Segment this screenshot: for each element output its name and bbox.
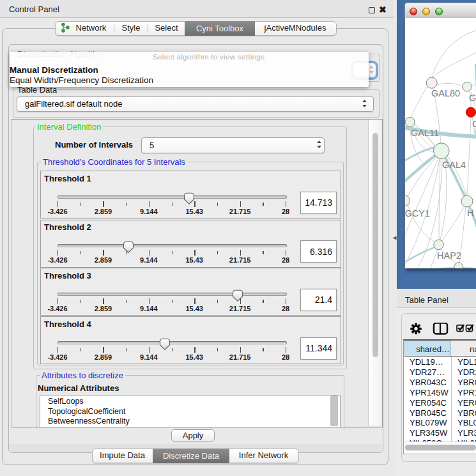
svg-text:C: C bbox=[472, 119, 476, 129]
svg-text:GAL11: GAL11 bbox=[411, 128, 439, 138]
svg-text:G.: G. bbox=[469, 93, 476, 103]
svg-text:GAL80: GAL80 bbox=[431, 88, 460, 98]
svg-text:HAP2: HAP2 bbox=[437, 250, 461, 261]
svg-text:H: H bbox=[467, 208, 473, 218]
svg-text:GAL4: GAL4 bbox=[442, 160, 466, 170]
svg-text:GCY1: GCY1 bbox=[405, 208, 430, 219]
